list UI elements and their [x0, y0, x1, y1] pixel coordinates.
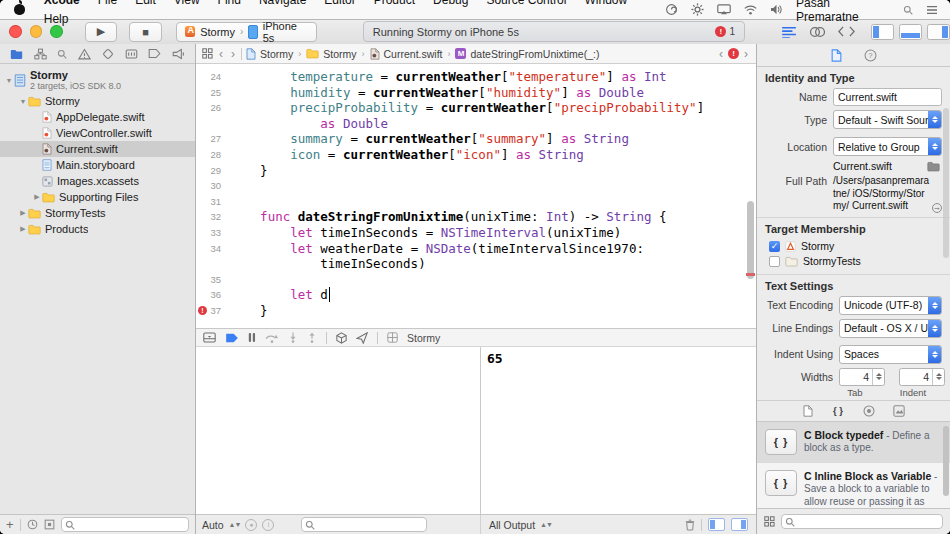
scm-status-filter-icon[interactable] — [44, 519, 55, 530]
code-line[interactable]: 34 let weatherDate = NSDate(timeInterval… — [196, 241, 756, 257]
snippet-c-inline-block-as-variable[interactable]: { }C Inline Block as Variable - Save a b… — [757, 463, 950, 509]
target-checkbox[interactable]: ✓ — [769, 241, 780, 252]
indent-using-dropdown[interactable]: Spaces — [839, 345, 942, 364]
menu-item-window[interactable]: Window — [575, 0, 636, 10]
menu-item-debug[interactable]: Debug — [424, 0, 477, 10]
menu-item-navigate[interactable]: Navigate — [250, 0, 315, 10]
location-dropdown[interactable]: Relative to Group — [833, 137, 942, 156]
tree-item-stormytests[interactable]: ▶StormyTests — [0, 205, 195, 221]
debug-navigator-icon[interactable] — [125, 48, 138, 60]
disclosure-triangle-icon[interactable]: ▼ — [4, 77, 14, 84]
menu-item-product[interactable]: Product — [365, 0, 424, 10]
target-row-stormytests[interactable]: StormyTests — [769, 254, 942, 269]
assistant-editor-button[interactable] — [809, 26, 826, 38]
code-line[interactable]: 24 temperature = currentWeather["tempera… — [196, 69, 756, 85]
notification-center-icon[interactable] — [926, 5, 938, 15]
pause-button[interactable] — [248, 332, 256, 343]
find-navigator-icon[interactable] — [57, 49, 67, 59]
choose-location-folder-icon[interactable] — [927, 161, 940, 172]
symbol-navigator-icon[interactable] — [34, 48, 47, 60]
source-editor[interactable]: 24 temperature = currentWeather["tempera… — [196, 64, 756, 328]
navigator-filter-field[interactable] — [61, 517, 189, 532]
back-button[interactable]: ‹ — [217, 47, 225, 61]
report-navigator-icon[interactable] — [172, 48, 185, 60]
tree-item-stormy[interactable]: ▼Stormy2 targets, iOS SDK 8.0 — [0, 67, 195, 93]
show-variables-pane-button[interactable] — [708, 518, 725, 531]
test-navigator-icon[interactable] — [102, 48, 114, 60]
code-line[interactable]: 31 — [196, 194, 756, 210]
breadcrumb-current-swift[interactable]: Current.swift — [370, 48, 443, 60]
add-file-button[interactable]: + — [6, 517, 14, 532]
code-line[interactable]: 36 let d — [196, 287, 756, 303]
standard-editor-button[interactable] — [781, 26, 797, 38]
error-count[interactable]: 1 — [729, 26, 735, 37]
handoff-icon[interactable] — [665, 3, 678, 16]
toggle-navigator-button[interactable] — [871, 24, 894, 40]
error-badge-icon[interactable]: ! — [715, 26, 726, 37]
target-checkbox[interactable] — [769, 256, 780, 267]
tree-item-supporting-files[interactable]: ▶Supporting Files — [0, 189, 195, 205]
utilities-scrollbar[interactable] — [943, 108, 949, 258]
tree-item-appdelegate-swift[interactable]: AppDelegate.swift — [0, 109, 195, 125]
close-window-button[interactable] — [9, 25, 22, 38]
tree-item-stormy[interactable]: ▼Stormy — [0, 93, 195, 109]
airplay-icon[interactable] — [717, 4, 731, 15]
variables-view[interactable] — [196, 347, 481, 514]
menu-item-view[interactable]: View — [165, 0, 209, 10]
disclosure-triangle-icon[interactable]: ▼ — [18, 98, 28, 105]
name-field[interactable]: Current.swift — [833, 88, 942, 106]
line-error-icon[interactable]: ! — [198, 306, 207, 315]
snippet-c-block-typedef[interactable]: { }C Block typedef - Define a block as a… — [757, 422, 950, 463]
library-filter-field[interactable] — [781, 514, 943, 529]
wifi-icon[interactable] — [744, 5, 757, 15]
tree-item-images-xcassets[interactable]: Images.xcassets — [0, 173, 195, 189]
code-line[interactable]: 25 humidity = currentWeather["humidity"]… — [196, 85, 756, 101]
menu-item-source-control[interactable]: Source Control — [477, 0, 575, 10]
breadcrumb-datestringfromunixtime-[interactable]: MdateStringFromUnixtime(_:) — [455, 48, 599, 60]
code-line[interactable]: timeInSeconds) — [196, 256, 756, 272]
step-into-button[interactable] — [288, 332, 298, 343]
text-encoding-dropdown[interactable]: Unicode (UTF-8) — [839, 296, 942, 315]
project-navigator-icon[interactable] — [10, 48, 23, 60]
reveal-in-finder-icon[interactable]: ➞ — [932, 203, 942, 213]
file-template-library-tab[interactable] — [803, 405, 813, 417]
info-filter-icon[interactable]: i — [262, 519, 274, 531]
code-line[interactable]: 35 — [196, 272, 756, 288]
code-line[interactable]: as Double — [196, 116, 756, 132]
show-console-pane-button[interactable] — [731, 518, 748, 531]
view-debugger-button[interactable] — [336, 332, 347, 344]
tree-item-viewcontroller-swift[interactable]: ViewController.swift — [0, 125, 195, 141]
step-over-button[interactable] — [265, 333, 279, 343]
indent-width-stepper[interactable]: 4 — [899, 368, 945, 386]
menu-item-find[interactable]: Find — [209, 0, 250, 10]
library-scrollbar[interactable] — [943, 426, 949, 496]
file-inspector-tab[interactable] — [831, 49, 842, 62]
tab-width-stepper[interactable]: 4 — [839, 368, 885, 386]
tree-item-main-storyboard[interactable]: Main.storyboard — [0, 157, 195, 173]
forward-button[interactable]: › — [229, 47, 237, 61]
related-items-icon[interactable] — [202, 48, 213, 59]
recent-files-icon[interactable] — [27, 519, 38, 530]
variables-filter-field[interactable] — [301, 517, 427, 532]
menu-item-xcode[interactable]: Xcode — [35, 0, 89, 10]
volume-icon[interactable] — [770, 4, 783, 15]
next-issue-button[interactable]: › — [742, 47, 750, 61]
code-line[interactable]: 27 summary = currentWeather["summary"] a… — [196, 131, 756, 147]
code-snippet-library-tab[interactable]: { } — [831, 405, 845, 417]
code-line[interactable]: 29 } — [196, 163, 756, 179]
menu-item-editor[interactable]: Editor — [315, 0, 364, 10]
gear-icon[interactable] — [691, 3, 704, 16]
menu-item-edit[interactable]: Edit — [126, 0, 165, 10]
hide-debug-area-button[interactable] — [203, 332, 216, 343]
code-line[interactable]: 32 func dateStringFromUnixtime(unixTime:… — [196, 209, 756, 225]
menu-user-name[interactable]: Pasan Premaratne — [796, 0, 890, 24]
line-endings-dropdown[interactable]: Default - OS X / Unix (LF) — [839, 319, 942, 338]
menu-item-help[interactable]: Help — [35, 10, 78, 29]
issue-badge-icon[interactable]: ! — [728, 48, 739, 59]
code-line[interactable]: 37! } — [196, 303, 756, 319]
breadcrumb-stormy[interactable]: Stormy — [246, 48, 293, 60]
disclosure-triangle-icon[interactable]: ▶ — [18, 225, 28, 233]
type-dropdown[interactable]: Default - Swift Source — [833, 110, 942, 129]
code-line[interactable]: 26 precipProbability = currentWeather["p… — [196, 100, 756, 116]
variables-scope-dropdown[interactable]: Auto — [202, 519, 224, 531]
